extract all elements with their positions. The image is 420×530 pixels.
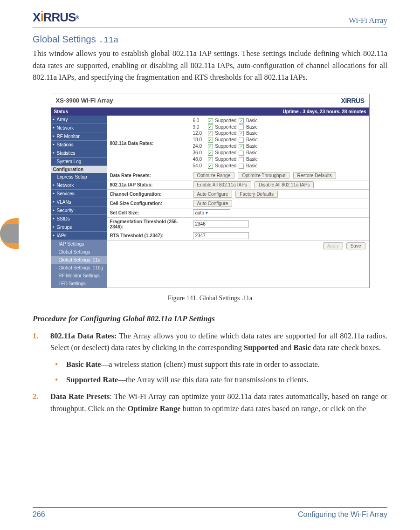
sidebar-item[interactable]: Array bbox=[51, 116, 107, 124]
page-footer: 266 Configuring the Wi-Fi Array bbox=[33, 507, 387, 519]
basic-checkbox[interactable] bbox=[239, 124, 244, 130]
app-titlebar: XS-3900 Wi-Fi Array XIRRUS bbox=[51, 94, 369, 108]
sidebar-subitem-selected[interactable]: Global Settings .11a bbox=[51, 256, 107, 264]
status-bar: Status Uptime - 3 days, 23 hours, 28 min… bbox=[51, 108, 369, 116]
side-tab bbox=[0, 218, 19, 249]
sidebar-item[interactable]: Services bbox=[51, 190, 107, 198]
step-number: 1. bbox=[33, 330, 38, 342]
row-label: Channel Configuration: bbox=[107, 190, 191, 198]
step-2: 2. Data Rate Presets: The Wi-Fi Array ca… bbox=[46, 391, 387, 414]
supported-checkbox[interactable]: ✓ bbox=[208, 124, 213, 130]
disable-all-button[interactable]: Disable All 802.11a IAPs bbox=[255, 181, 314, 188]
sidebar-item[interactable]: Groups bbox=[51, 223, 107, 232]
basic-checkbox[interactable] bbox=[239, 151, 244, 156]
row-label: Cell Size Configuration: bbox=[107, 200, 191, 207]
row-label: 802.11a Data Rates: bbox=[107, 116, 191, 171]
rate-line: 24.0✓ Supported ✓ Basic bbox=[193, 143, 367, 150]
cell-size-select[interactable]: auto ▾ bbox=[193, 209, 230, 216]
rate-line: 18.0✓ Supported Basic bbox=[193, 137, 367, 143]
step-1: 1. 802.11a Data Rates: The Array allows … bbox=[46, 330, 387, 386]
sidebar-item[interactable]: SSIDs bbox=[51, 215, 107, 223]
row-label: Data Rate Presets: bbox=[107, 172, 191, 179]
step-lead: 802.11a Data Rates: bbox=[50, 331, 117, 340]
basic-checkbox[interactable] bbox=[239, 138, 244, 143]
frag-threshold-input[interactable]: 2346 bbox=[193, 220, 249, 227]
basic-checkbox[interactable]: ✓ bbox=[239, 131, 244, 136]
supported-checkbox[interactable]: ✓ bbox=[208, 118, 213, 124]
sidebar-item[interactable]: Statistics bbox=[51, 149, 107, 158]
sub-bullets: Basic Rate—a wireless station (client) m… bbox=[50, 358, 387, 386]
sidebar-item[interactable]: IAPs bbox=[51, 232, 107, 240]
status-left: Status bbox=[54, 109, 69, 114]
sidebar-item[interactable]: Network bbox=[51, 181, 107, 190]
bullet-basic-rate: Basic Rate—a wireless station (client) m… bbox=[66, 358, 387, 371]
supported-checkbox[interactable]: ✓ bbox=[208, 151, 213, 156]
logo-dot-icon: i bbox=[40, 8, 43, 24]
section-title-suffix: .11a bbox=[98, 35, 118, 45]
section-title-main: Global Settings bbox=[33, 34, 98, 44]
sidebar-item[interactable]: Stations bbox=[51, 141, 107, 149]
auto-configure-button[interactable]: Auto Configure bbox=[193, 191, 233, 198]
restore-defaults-button[interactable]: Restore Defaults bbox=[293, 172, 336, 179]
sidebar-item[interactable]: VLANs bbox=[51, 198, 107, 206]
sidebar-item[interactable]: Network bbox=[51, 124, 107, 132]
page-header: XiRRUS® Wi-Fi Array bbox=[33, 9, 387, 28]
page-number: 266 bbox=[33, 510, 45, 519]
sidebar-item[interactable]: Express Setup bbox=[51, 173, 107, 181]
chevron-down-icon: ▾ bbox=[206, 210, 208, 215]
logo-text: X bbox=[33, 10, 40, 25]
basic-checkbox[interactable] bbox=[239, 157, 244, 162]
page: XiRRUS® Wi-Fi Array Global Settings .11a… bbox=[0, 0, 420, 530]
sidebar-item[interactable]: System Log bbox=[51, 158, 107, 166]
status-uptime: Uptime - 3 days, 23 hours, 28 minutes bbox=[283, 109, 366, 114]
bullet-supported-rate: Supported Rate—the Array will use this d… bbox=[66, 374, 387, 386]
enable-all-button[interactable]: Enable All 802.11a IAPs bbox=[193, 181, 251, 188]
supported-checkbox[interactable]: ✓ bbox=[208, 157, 213, 162]
row-label: Fragmentation Threshold (256-2346): bbox=[107, 218, 191, 231]
sidebar-subitem[interactable]: Global Settings bbox=[51, 248, 107, 256]
apply-button[interactable]: Apply bbox=[323, 242, 343, 249]
row-cellsize-config: Cell Size Configuration: Auto Configure bbox=[107, 199, 369, 208]
sidebar-item[interactable]: RF Monitor bbox=[51, 132, 107, 141]
row-presets: Data Rate Presets: Optimize Range Optimi… bbox=[107, 171, 369, 180]
basic-checkbox[interactable]: ✓ bbox=[239, 144, 244, 149]
sidebar: Array Network RF Monitor Stations Statis… bbox=[51, 116, 107, 288]
save-button[interactable]: Save bbox=[346, 242, 365, 249]
optimize-throughput-button[interactable]: Optimize Throughput bbox=[238, 172, 289, 179]
row-iap-status: 802.11a IAP Status: Enable All 802.11a I… bbox=[107, 180, 369, 190]
rates-list: 6.0✓ Supported ✓ Basic9.0✓ Supported Bas… bbox=[191, 116, 369, 171]
rate-line: 12.0✓ Supported ✓ Basic bbox=[193, 130, 367, 137]
row-label: RTS Threshold (1-2347): bbox=[107, 232, 191, 240]
rate-line: 48.0✓ Supported Basic bbox=[193, 156, 367, 163]
sidebar-subitem[interactable]: LED Settings bbox=[51, 280, 107, 288]
sidebar-item[interactable]: Security bbox=[51, 206, 107, 215]
sidebar-subitem[interactable]: IAP Settings bbox=[51, 240, 107, 248]
rts-threshold-input[interactable]: 2347 bbox=[193, 232, 249, 239]
supported-checkbox[interactable]: ✓ bbox=[208, 144, 213, 149]
supported-checkbox[interactable]: ✓ bbox=[208, 164, 213, 169]
logo-text-2: RRUS bbox=[43, 10, 76, 25]
row-set-cellsize: Set Cell Size: auto ▾ bbox=[107, 208, 369, 218]
xirrus-logo: XiRRUS® bbox=[33, 9, 79, 25]
row-frag-threshold: Fragmentation Threshold (256-2346): 2346 bbox=[107, 218, 369, 231]
row-channel-config: Channel Configuration: Auto Configure Fa… bbox=[107, 190, 369, 199]
supported-checkbox[interactable]: ✓ bbox=[208, 131, 213, 136]
sidebar-subitem[interactable]: Global Settings .11bg bbox=[51, 264, 107, 272]
rate-line: 6.0✓ Supported ✓ Basic bbox=[193, 117, 367, 124]
rate-line: 54.0✓ Supported Basic bbox=[193, 163, 367, 169]
main-panel: 802.11a Data Rates: 6.0✓ Supported ✓ Bas… bbox=[107, 116, 369, 288]
figure-screenshot: XS-3900 Wi-Fi Array XIRRUS Status Uptime… bbox=[51, 94, 370, 288]
basic-checkbox[interactable]: ✓ bbox=[239, 118, 244, 124]
factory-defaults-button[interactable]: Factory Defaults bbox=[235, 191, 278, 198]
sidebar-group-header: Configuration bbox=[51, 166, 107, 173]
optimize-range-button[interactable]: Optimize Range bbox=[193, 172, 235, 179]
row-label: Set Cell Size: bbox=[107, 209, 191, 217]
sidebar-subitem[interactable]: RF Monitor Settings bbox=[51, 272, 107, 280]
section-title: Global Settings .11a bbox=[33, 34, 387, 45]
supported-checkbox[interactable]: ✓ bbox=[208, 138, 213, 143]
action-bar: Apply Save bbox=[107, 241, 369, 251]
header-right: Wi-Fi Array bbox=[349, 16, 387, 25]
footer-right: Configuring the Wi-Fi Array bbox=[298, 510, 387, 519]
auto-configure-cell-button[interactable]: Auto Configure bbox=[193, 200, 233, 207]
basic-checkbox[interactable] bbox=[239, 164, 244, 169]
